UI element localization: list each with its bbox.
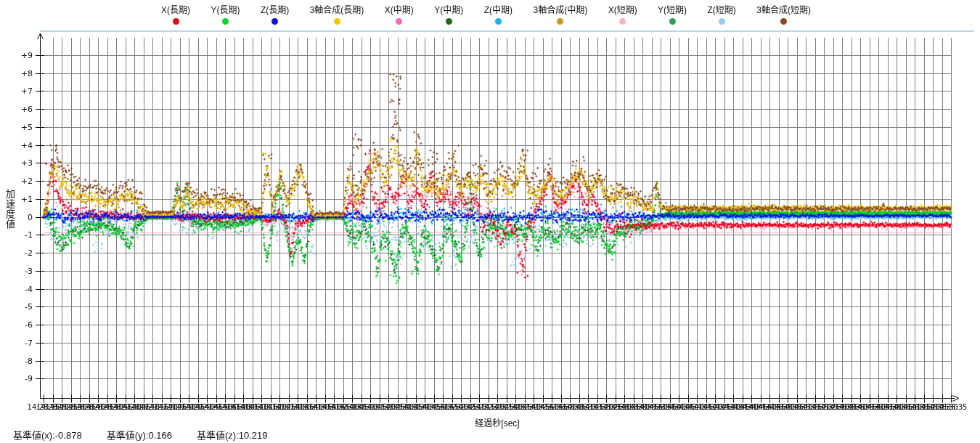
legend: X(長期) Y(長期) Z(長期) 3軸合成(長期) X(中期) Y(中期) Z…	[161, 5, 811, 25]
legend-item-label: 3軸合成(長期)	[310, 5, 364, 15]
legend-color-dot	[222, 18, 229, 25]
legend-item: Z(長期)	[261, 5, 289, 25]
legend-item-label: Y(長期)	[211, 5, 240, 15]
legend-color-dot	[396, 18, 402, 25]
baseline-x-value: 基準値(x):-0.878	[13, 428, 82, 442]
x-axis-title: 経過秒[sec]	[44, 416, 951, 428]
legend-color-dot	[719, 18, 725, 25]
legend-item-label: X(中期)	[385, 5, 414, 15]
legend-item: Y(短期)	[658, 5, 687, 25]
legend-item-label: 3軸合成(短期)	[756, 5, 811, 15]
legend-color-dot	[619, 18, 626, 25]
chart-canvas	[0, 0, 980, 443]
legend-item: 3軸合成(短期)	[756, 5, 811, 25]
baseline-y-value: 基準値(y):0.166	[107, 428, 172, 442]
legend-item: X(短期)	[608, 5, 637, 25]
legend-item-label: Z(短期)	[708, 5, 736, 15]
legend-color-dot	[495, 18, 502, 25]
legend-item: X(長期)	[161, 5, 190, 25]
legend-item: X(中期)	[385, 5, 414, 25]
legend-item-label: Z(長期)	[261, 5, 289, 15]
legend-color-dot	[271, 18, 278, 25]
legend-item-label: Y(中期)	[434, 5, 463, 15]
legend-color-dot	[173, 18, 179, 25]
legend-color-dot	[557, 18, 563, 25]
y-axis-title: 加速度値	[3, 189, 17, 229]
legend-item-label: Z(中期)	[484, 5, 513, 15]
baseline-z-value: 基準値(z):10.219	[197, 428, 268, 442]
legend-separator-line	[40, 31, 974, 32]
legend-item-label: 3軸合成(中期)	[534, 5, 588, 15]
legend-item-label: X(長期)	[161, 5, 190, 15]
legend-item: Y(長期)	[211, 5, 240, 25]
legend-item: 3軸合成(長期)	[310, 5, 364, 25]
legend-color-dot	[780, 18, 787, 25]
legend-color-dot	[334, 18, 340, 25]
legend-item: Y(中期)	[434, 5, 463, 25]
footer-baselines: 基準値(x):-0.878 基準値(y):0.166 基準値(z):10.219	[13, 428, 268, 442]
legend-color-dot	[669, 18, 676, 25]
legend-color-dot	[446, 18, 452, 25]
legend-item-label: X(短期)	[608, 5, 637, 15]
legend-item: Z(短期)	[708, 5, 736, 25]
legend-item-label: Y(短期)	[658, 5, 687, 15]
legend-item: Z(中期)	[484, 5, 513, 25]
legend-item: 3軸合成(中期)	[534, 5, 588, 25]
